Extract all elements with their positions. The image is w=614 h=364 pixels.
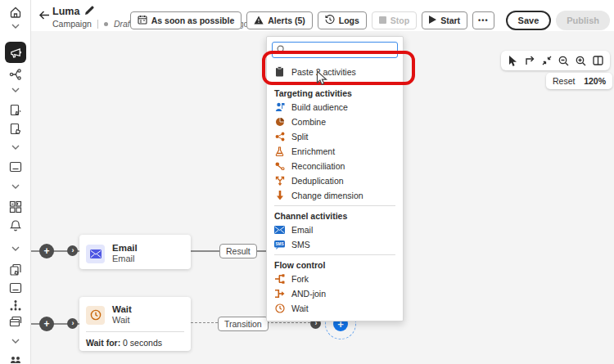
activity-search-input[interactable] — [289, 45, 393, 55]
menu-item-enrichment[interactable]: Enrichment — [267, 144, 403, 159]
sms-icon: SMS — [274, 240, 285, 250]
activity-search-box[interactable] — [272, 42, 398, 58]
warning-icon — [254, 16, 264, 26]
breadcrumb[interactable]: Campaign — [52, 19, 92, 29]
menu-item-label: AND-join — [291, 289, 326, 299]
menu-item-wait[interactable]: Wait — [267, 301, 403, 316]
and-join-icon — [274, 289, 285, 299]
wait-duration-value: 0 seconds — [120, 338, 162, 348]
edit-pencil-icon[interactable] — [84, 4, 94, 19]
menu-item-label: Wait — [291, 303, 309, 313]
connector-arrow-icon[interactable] — [523, 54, 536, 67]
canvas-toolbar — [501, 51, 610, 70]
campaigns-icon[interactable] — [5, 42, 26, 63]
menu-item-build-audience[interactable]: Build audience — [267, 100, 403, 115]
menu-item-sms[interactable]: SMS SMS — [267, 237, 403, 252]
copy-icon[interactable] — [9, 263, 22, 276]
menu-item-deduplication[interactable]: Deduplication — [267, 173, 403, 188]
chevron-down-icon[interactable] — [11, 339, 20, 344]
node-title: Wait — [112, 303, 132, 315]
stop-button[interactable]: Stop — [372, 11, 417, 29]
menu-item-change-dimension[interactable]: Change dimension — [267, 188, 403, 203]
divider — [274, 254, 395, 255]
menu-item-label: Email — [291, 225, 313, 235]
more-button[interactable]: ••• — [472, 11, 494, 29]
stop-button-label: Stop — [391, 16, 409, 25]
node-subtitle: Email — [112, 254, 138, 265]
start-button[interactable]: Start — [422, 11, 467, 29]
play-icon — [429, 16, 436, 25]
add-activity-button[interactable]: + — [39, 317, 54, 331]
menu-item-and-join[interactable]: AND-join — [267, 286, 403, 301]
publish-button[interactable]: Publish — [556, 11, 610, 30]
logs-button-label: Logs — [339, 16, 359, 25]
org-chart-icon[interactable] — [9, 299, 22, 312]
chevron-down-icon[interactable] — [11, 24, 20, 29]
transition-badge[interactable]: Transition — [218, 317, 269, 331]
alerts-button[interactable]: Alerts (5) — [246, 11, 313, 29]
window-icon[interactable] — [9, 282, 22, 294]
users-icon[interactable] — [10, 357, 21, 364]
menu-item-label: Deduplication — [291, 176, 344, 186]
email-node-icon — [86, 245, 105, 263]
zoom-level[interactable]: 120% — [584, 76, 606, 86]
dashboard-icon[interactable] — [9, 200, 22, 213]
divider — [274, 83, 395, 83]
reset-zoom-button[interactable]: Reset — [553, 76, 575, 86]
dashed-connector-line — [191, 322, 218, 323]
transition-arrow-icon[interactable]: › — [67, 318, 78, 329]
overview-icon[interactable] — [592, 54, 605, 67]
menu-item-reconciliation[interactable]: Reconciliation — [267, 159, 403, 173]
cards-icon[interactable] — [9, 316, 22, 327]
save-button[interactable]: Save — [506, 11, 552, 30]
status-dot — [104, 22, 108, 26]
build-audience-icon — [274, 102, 285, 113]
result-transition-badge[interactable]: Result — [219, 244, 257, 258]
reconciliation-icon — [274, 161, 285, 172]
activity-picker-menu: Paste 2 activities Targeting activities … — [266, 36, 404, 321]
back-arrow-icon[interactable] — [38, 8, 52, 23]
menu-item-split[interactable]: Split — [267, 129, 403, 144]
chevron-down-icon[interactable] — [11, 88, 20, 92]
menu-item-email[interactable]: Email — [267, 222, 403, 237]
templates-icon[interactable] — [9, 104, 22, 117]
transition-arrow-icon[interactable]: › — [67, 245, 78, 256]
collapse-icon[interactable] — [540, 54, 553, 67]
schedule-button-label: As soon as possible — [151, 16, 235, 25]
bell-icon[interactable] — [9, 219, 21, 232]
pointer-icon[interactable] — [506, 54, 519, 67]
alerts-button-label: Alerts (5) — [268, 16, 305, 25]
menu-item-label: Enrichment — [291, 146, 335, 156]
add-activity-button[interactable]: + — [39, 244, 54, 258]
svg-text:SMS: SMS — [276, 242, 284, 246]
journeys-icon[interactable] — [9, 68, 22, 81]
menu-section-title: Channel activities — [267, 209, 403, 222]
menu-item-combine[interactable]: Combine — [267, 115, 403, 129]
chevron-down-icon[interactable] — [11, 145, 20, 150]
email-activity-node[interactable]: Email Email — [79, 235, 191, 269]
page-title: Luma — [52, 6, 79, 17]
email-icon — [274, 225, 285, 236]
browser-icon[interactable] — [9, 161, 22, 173]
search-icon — [277, 43, 286, 57]
logs-button[interactable]: Logs — [318, 11, 367, 29]
chevron-down-icon[interactable] — [11, 184, 20, 189]
zoom-in-icon[interactable] — [575, 54, 588, 67]
history-icon — [325, 15, 335, 26]
node-subtitle: Wait — [112, 315, 132, 326]
wait-activity-node[interactable]: Wait Wait Wait for: 0 seconds — [79, 297, 191, 351]
home-icon[interactable] — [9, 6, 22, 19]
chevron-down-icon[interactable] — [11, 246, 20, 251]
zoom-out-icon[interactable] — [558, 54, 571, 67]
menu-item-label: Split — [291, 132, 308, 142]
connector-line — [191, 250, 219, 252]
schedule-button[interactable]: As soon as possible — [130, 11, 242, 29]
menu-item-label: SMS — [291, 240, 310, 249]
wait-duration-label: Wait for: — [86, 338, 120, 348]
menu-item-paste-activities[interactable]: Paste 2 activities — [267, 63, 403, 80]
zoom-controls: Reset 120% — [546, 73, 612, 89]
change-dimension-icon — [274, 191, 285, 201]
split-icon — [274, 132, 285, 142]
menu-item-fork[interactable]: Fork — [267, 272, 403, 286]
content-play-icon[interactable] — [9, 123, 22, 136]
